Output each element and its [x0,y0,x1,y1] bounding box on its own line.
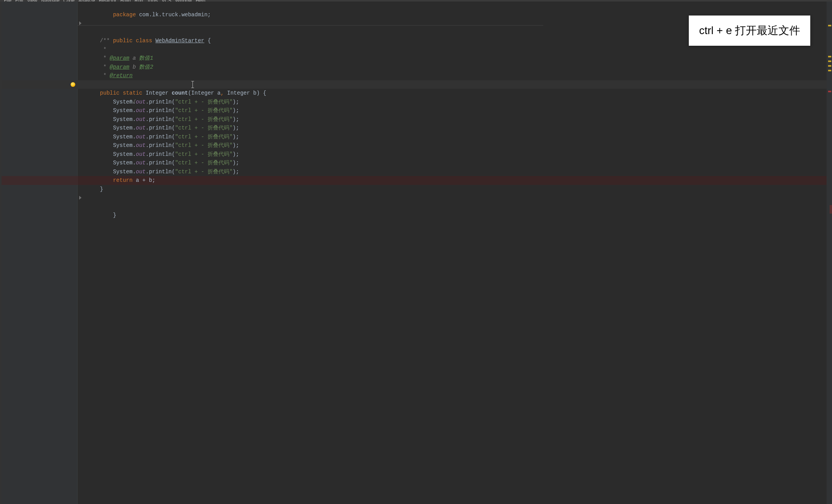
warning-marker[interactable] [828,70,831,71]
warning-marker[interactable] [828,65,831,67]
code-line: System.out.println("ctrl + - 折叠代码"); [2,150,832,159]
code-line: System.out.println("ctrl + - 折叠代码"); [2,159,832,167]
warning-marker[interactable] [828,60,831,62]
error-stripe-scrollbar[interactable] [827,2,832,504]
code-line: } [2,185,832,194]
intention-bulb-icon[interactable] [70,81,76,88]
fold-arrow-icon[interactable] [79,196,81,200]
code-line: public static Integer count(Integer a, I… [2,89,832,98]
code-line: System.out.println("ctrl + - 折叠代码"); [2,115,832,124]
code-line: System.out.println("ctrl + - 折叠代码"); [2,133,832,142]
code-line: System.out.println("ctrl + - 折叠代码"); [2,124,832,133]
editor[interactable]: package com.lk.truck.webadmin; public cl… [2,2,832,504]
error-marker[interactable] [828,91,831,92]
fold-arrow-icon[interactable] [79,21,81,25]
code-line: * [2,45,832,54]
code-line: System.out.println("ctrl + - 折叠代码"); [2,167,832,176]
warning-marker[interactable] [828,25,831,26]
error-stripe-icon[interactable] [830,205,832,214]
shortcut-tip-text: ctrl + e 打开最近文件 [699,24,800,36]
code-line: System.out.println("ctrl + - 折叠代码"); [2,98,832,107]
code-line: * @return [2,71,832,80]
code-line: package com.lk.truck.webadmin; [2,2,832,10]
shortcut-tip-overlay: ctrl + e 打开最近文件 [689,16,810,46]
code-line: } [2,193,832,202]
code-line-error: return a + b; [2,176,832,185]
code-line: System.out.println("ctrl + - 折叠代码"); [2,141,832,150]
code-line: System.out.println("ctrl + - 折叠代码"); [2,106,832,115]
text-caret-icon [192,81,193,88]
code-line: * @param b 数值2 [2,63,832,72]
warning-marker[interactable] [828,56,831,57]
current-code-line: */ [2,80,832,89]
code-line: * @param a 数值1 [2,54,832,63]
